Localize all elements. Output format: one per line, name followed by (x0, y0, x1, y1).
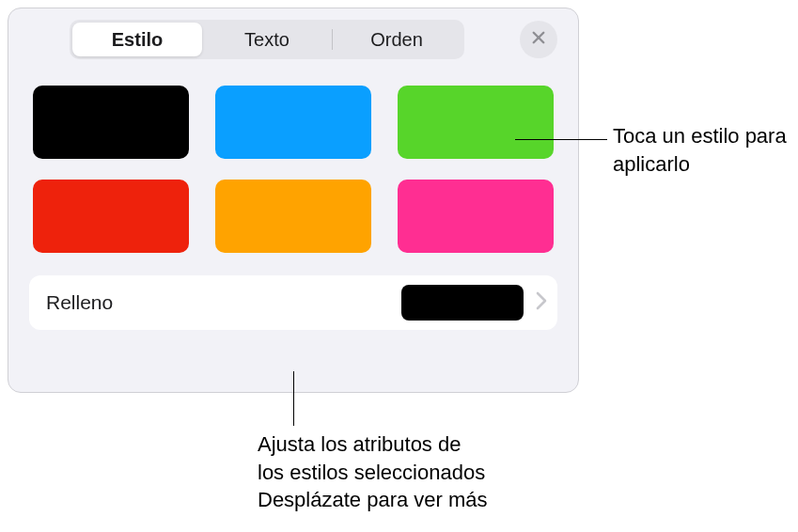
callout-text: Ajusta los atributos de (258, 430, 558, 459)
style-swatch[interactable] (33, 180, 189, 253)
style-swatch[interactable] (215, 180, 371, 253)
style-swatch[interactable] (33, 86, 189, 159)
fill-label: Relleno (46, 291, 401, 314)
close-icon (530, 29, 547, 50)
style-swatch[interactable] (398, 180, 554, 253)
chevron-right-icon (535, 291, 548, 314)
callout-leader (293, 371, 294, 426)
callout-text: los estilos seleccionados (258, 459, 558, 487)
callout-text: Desplázate para ver más (258, 486, 558, 514)
callout-attributes: Ajusta los atributos de los estilos sele… (258, 430, 558, 514)
callout-apply-style: Toca un estilo para aplicarlo (613, 122, 791, 178)
panel-header: Estilo Texto Orden (29, 20, 557, 59)
tab-text[interactable]: Texto (202, 23, 332, 56)
tab-text-label: Texto (244, 29, 289, 51)
style-swatch[interactable] (398, 86, 554, 159)
tab-style-label: Estilo (112, 29, 163, 51)
tab-order[interactable]: Orden (332, 23, 462, 56)
callout-leader (515, 139, 607, 140)
format-panel: Estilo Texto Orden Relleno (8, 8, 579, 393)
callout-text: Toca un estilo para aplicarlo (613, 124, 787, 176)
tab-style[interactable]: Estilo (72, 23, 202, 56)
style-swatch-grid (29, 78, 557, 275)
fill-row[interactable]: Relleno (29, 275, 557, 330)
close-button[interactable] (520, 21, 557, 58)
fill-color-preview[interactable] (401, 285, 524, 321)
segmented-control: Estilo Texto Orden (70, 20, 464, 59)
tab-order-label: Orden (370, 29, 423, 51)
style-swatch[interactable] (215, 86, 371, 159)
